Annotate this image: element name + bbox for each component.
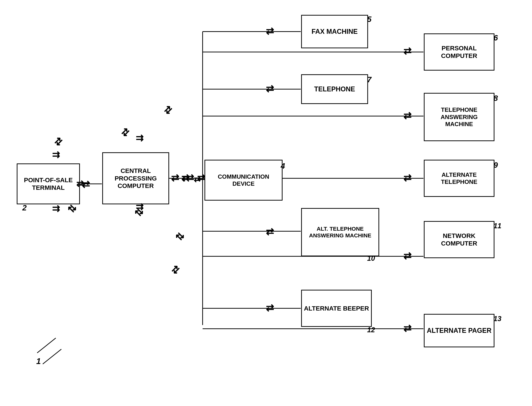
svg-text:⇄: ⇄ xyxy=(132,206,146,219)
alternate-beeper-box: ALTERNATE BEEPER xyxy=(301,290,372,327)
svg-text:⇄: ⇄ xyxy=(171,172,179,183)
alt-telephone-answering-machine-box: ALT. TELEPHONE ANSWERING MACHINE xyxy=(301,208,379,256)
label-10: 10 xyxy=(367,254,375,262)
personal-computer-box: PERSONAL COMPUTER xyxy=(424,33,495,71)
telephone-answering-machine-box: TELEPHONE ANSWERING MACHINE xyxy=(424,93,495,141)
svg-text:⇄: ⇄ xyxy=(82,179,90,190)
network-computer-box: NETWORK COMPUTER xyxy=(424,221,495,258)
svg-text:⇄: ⇄ xyxy=(169,263,182,276)
svg-text:⇄: ⇄ xyxy=(181,172,189,183)
alternate-beeper-label: ALTERNATE BEEPER xyxy=(304,304,369,312)
svg-text:⇄: ⇄ xyxy=(182,173,190,183)
alt-telephone-answering-machine-label: ALT. TELEPHONE ANSWERING MACHINE xyxy=(304,225,377,239)
label-11: 11 xyxy=(494,222,501,230)
label-9: 9 xyxy=(494,161,498,170)
cpu-label: CENTRAL PROCESSING COMPUTER xyxy=(105,167,167,190)
svg-text:⇄: ⇄ xyxy=(403,45,412,56)
telephone-answering-machine-label: TELEPHONE ANSWERING MACHINE xyxy=(426,106,492,128)
alternate-telephone-box: ALTERNATE TELEPHONE xyxy=(424,160,495,197)
pos-terminal-box: POINT-OF-SALE TERMINAL xyxy=(17,163,80,204)
svg-text:⇉: ⇉ xyxy=(52,203,60,214)
comm-device-box: COMMUNICATION DEVICE xyxy=(205,160,282,201)
svg-text:⇄: ⇄ xyxy=(161,103,175,117)
svg-text:⇄: ⇄ xyxy=(118,126,132,139)
svg-line-41 xyxy=(43,349,61,364)
svg-text:⇄: ⇄ xyxy=(194,174,200,184)
svg-text:⇄: ⇄ xyxy=(403,250,412,261)
diagram: POINT-OF-SALE TERMINAL 2 CENTRAL PROCESS… xyxy=(0,0,532,406)
label-12: 12 xyxy=(367,326,375,334)
telephone-label: TELEPHONE xyxy=(314,85,355,93)
svg-text:⇉: ⇉ xyxy=(136,133,143,143)
svg-text:⇄: ⇄ xyxy=(403,323,412,334)
alternate-pager-box: ALTERNATE PAGER xyxy=(424,314,495,347)
svg-text:⇄: ⇄ xyxy=(266,302,274,313)
network-computer-label: NETWORK COMPUTER xyxy=(426,232,492,247)
label-7: 7 xyxy=(367,75,371,84)
label-5: 5 xyxy=(367,15,371,24)
svg-text:⇄: ⇄ xyxy=(197,172,205,183)
svg-text:⇄: ⇄ xyxy=(403,110,412,121)
svg-line-12 xyxy=(37,338,56,353)
label-2: 2 xyxy=(22,203,27,212)
cpu-box: CENTRAL PROCESSING COMPUTER xyxy=(102,152,169,204)
label-6: 6 xyxy=(494,33,498,42)
svg-text:⇄: ⇄ xyxy=(266,26,274,36)
svg-text:⇄: ⇄ xyxy=(403,172,412,183)
svg-text:⇄: ⇄ xyxy=(186,172,194,183)
label-8: 8 xyxy=(494,94,498,103)
telephone-box: TELEPHONE xyxy=(301,74,368,104)
comm-device-label: COMMUNICATION DEVICE xyxy=(207,173,280,187)
svg-text:⇄: ⇄ xyxy=(173,230,187,243)
svg-text:⇄: ⇄ xyxy=(266,226,274,237)
alternate-telephone-label: ALTERNATE TELEPHONE xyxy=(426,171,492,186)
figure-label-1: 1 xyxy=(36,357,41,366)
fax-machine-box: FAX MACHINE xyxy=(301,15,368,48)
label-13: 13 xyxy=(494,315,501,323)
svg-text:⇉: ⇉ xyxy=(52,150,60,160)
pos-terminal-label: POINT-OF-SALE TERMINAL xyxy=(19,176,77,191)
svg-text:⇄: ⇄ xyxy=(52,135,65,148)
alternate-pager-label: ALTERNATE PAGER xyxy=(427,326,491,334)
label-4: 4 xyxy=(281,162,285,171)
personal-computer-label: PERSONAL COMPUTER xyxy=(426,44,492,60)
svg-text:⇄: ⇄ xyxy=(266,83,274,94)
fax-machine-label: FAX MACHINE xyxy=(311,28,358,36)
